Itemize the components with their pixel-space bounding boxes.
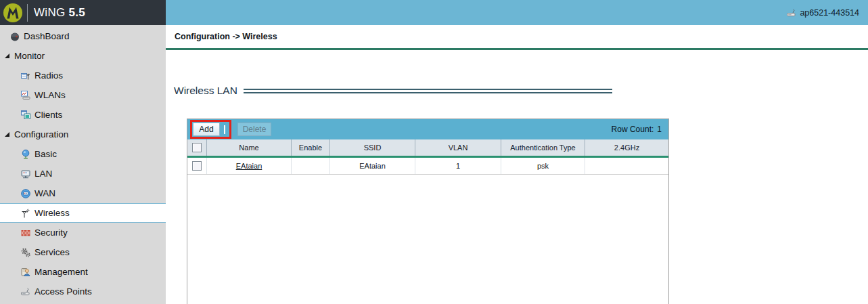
table-row: EAtaian EAtaian 1 psk: [187, 158, 668, 175]
sidebar-item-label: Access Points: [35, 286, 92, 297]
sidebar-nav: DashBoard Monitor Radios: [0, 25, 166, 304]
sidebar-group-label: Monitor: [14, 51, 45, 61]
radios-icon: [20, 70, 32, 81]
sidebar-item-management[interactable]: Management: [0, 262, 166, 282]
sidebar-item-wan[interactable]: WAN: [0, 183, 166, 203]
sidebar-item-radios[interactable]: Radios: [0, 66, 166, 85]
wireless-lan-table-panel: Add Delete Row Count: 1 Name Enable SSID…: [187, 118, 669, 304]
cell-ssid: EAtaian: [330, 158, 415, 174]
breadcrumb: Configuration -> Wireless: [175, 32, 277, 41]
sidebar-item-label: Security: [35, 227, 68, 238]
sidebar-item-label: DashBoard: [24, 31, 70, 41]
sidebar-item-label: WAN: [35, 188, 55, 198]
sidebar-item-access-points[interactable]: Access Points: [0, 282, 166, 301]
table-toolbar: Add Delete Row Count: 1: [187, 119, 668, 139]
sidebar-group-configuration[interactable]: Configuration: [0, 125, 166, 144]
clients-icon: [20, 110, 32, 121]
table-header-row: Name Enable SSID VLAN Authentication Typ…: [187, 139, 668, 158]
row-count-value: 1: [657, 125, 662, 134]
access-point-icon: [785, 7, 798, 18]
basic-icon: [20, 149, 32, 160]
row-count: Row Count: 1: [612, 125, 663, 134]
top-bar-blue: ap6521-443514: [166, 0, 868, 25]
sidebar-item-dashboard[interactable]: DashBoard: [0, 26, 166, 46]
cell-enable: [292, 158, 330, 174]
wireless-icon: [20, 208, 32, 219]
cell-authentication-type: psk: [501, 158, 585, 174]
cell-24ghz: [585, 158, 668, 174]
column-header-name[interactable]: Name: [207, 139, 292, 156]
sidebar-item-label: Basic: [35, 149, 57, 159]
column-header-vlan[interactable]: VLAN: [415, 139, 501, 156]
wlans-icon: [20, 90, 32, 101]
expand-triangle-icon: [5, 132, 9, 137]
app-title: WiNG5.5: [34, 6, 85, 20]
brand-block: WiNG5.5: [0, 0, 166, 25]
sidebar-item-clients[interactable]: Clients: [0, 105, 166, 125]
sidebar-item-label: Clients: [35, 110, 62, 120]
sidebar-item-basic[interactable]: Basic: [0, 144, 166, 164]
cell-name: EAtaian: [207, 158, 292, 174]
app-title-name: WiNG: [34, 6, 66, 19]
cell-vlan: 1: [415, 158, 501, 174]
sidebar-item-label: LAN: [35, 169, 52, 179]
sidebar-item-label: Wireless: [35, 208, 70, 218]
add-button[interactable]: Add: [193, 123, 220, 136]
lan-icon: [20, 169, 32, 179]
section-title-row: Wireless LAN: [174, 85, 612, 97]
main-content: Configuration -> Wireless Wireless LAN A…: [166, 25, 868, 304]
sidebar-group-monitor[interactable]: Monitor: [0, 46, 166, 66]
device-name-label: ap6521-443514: [800, 8, 859, 18]
sidebar-item-wireless[interactable]: Wireless: [0, 203, 166, 223]
top-bar: WiNG5.5 ap6521-443514: [0, 0, 868, 25]
brand-divider: [27, 4, 28, 22]
sidebar-item-label: Management: [35, 267, 88, 277]
select-all-checkbox[interactable]: [192, 143, 202, 152]
sidebar-item-label: Services: [35, 247, 70, 257]
sidebar-item-lan[interactable]: LAN: [0, 164, 166, 183]
delete-button[interactable]: Delete: [237, 123, 271, 136]
sidebar-item-label: Radios: [35, 70, 63, 81]
sidebar-item-services[interactable]: Services: [0, 242, 166, 262]
dashboard-icon: [9, 31, 21, 42]
row-count-label: Row Count:: [612, 125, 654, 134]
wlan-name-link[interactable]: EAtaian: [236, 162, 262, 170]
security-brick-wall-icon: [20, 227, 32, 238]
services-gears-icon: [20, 247, 32, 258]
breadcrumb-band: Configuration -> Wireless: [166, 25, 868, 50]
select-all-cell: [187, 139, 207, 156]
column-header-ssid[interactable]: SSID: [330, 139, 415, 156]
row-select-cell: [187, 158, 207, 174]
sidebar-item-label: WLANs: [35, 90, 66, 100]
page-title: Wireless LAN: [174, 85, 237, 97]
motorola-logo-icon: [3, 3, 23, 23]
column-header-24ghz[interactable]: 2.4GHz: [585, 139, 668, 156]
row-checkbox[interactable]: [192, 161, 202, 171]
column-header-authentication-type[interactable]: Authentication Type: [501, 139, 585, 156]
sidebar-item-security[interactable]: Security: [0, 223, 166, 242]
management-person-icon: [20, 267, 32, 278]
access-points-icon: [20, 286, 32, 297]
app-title-version: 5.5: [69, 6, 86, 19]
table-empty-area: [187, 175, 668, 304]
add-button-cursor-tick: [224, 125, 225, 134]
annotation-highlight-box: Add: [190, 120, 231, 139]
wan-icon: [20, 188, 32, 199]
expand-triangle-icon: [5, 53, 9, 58]
sidebar-item-wlans[interactable]: WLANs: [0, 85, 166, 105]
sidebar-group-label: Configuration: [14, 129, 68, 139]
column-header-enable[interactable]: Enable: [292, 139, 330, 156]
section-title-rule: [244, 89, 612, 93]
